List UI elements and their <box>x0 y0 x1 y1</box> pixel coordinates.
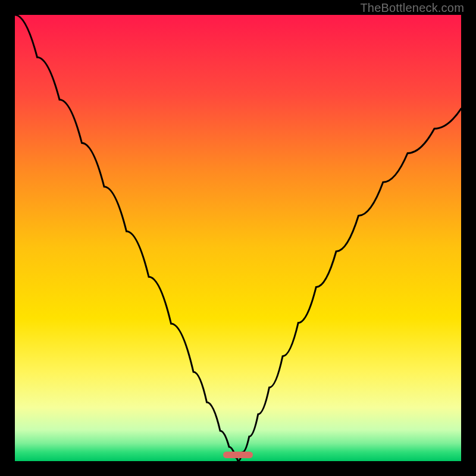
plot-area <box>15 15 461 461</box>
optimum-marker <box>223 452 253 458</box>
chart-frame: TheBottleneck.com <box>0 0 476 476</box>
curve-left-branch <box>15 15 238 461</box>
watermark-text: TheBottleneck.com <box>360 1 464 15</box>
bottleneck-curve <box>15 15 461 461</box>
curve-right-branch <box>238 109 461 462</box>
